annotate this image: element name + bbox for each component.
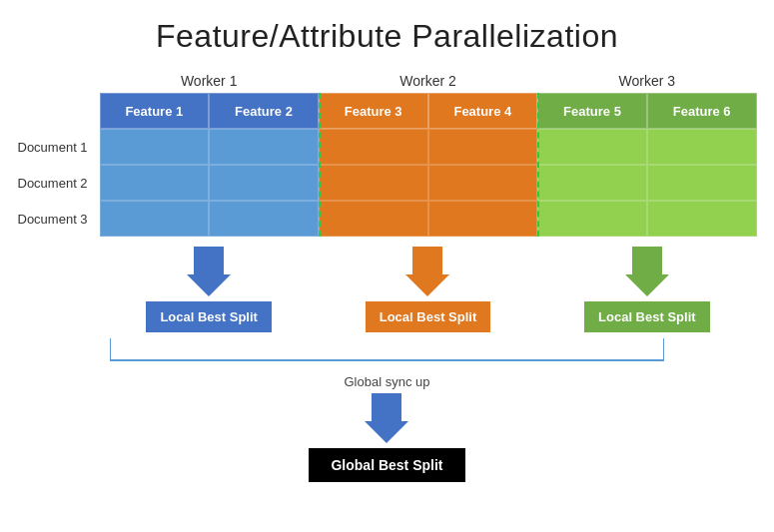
r2c2 <box>209 165 319 201</box>
worker1-split-box: Local Best Split <box>146 301 272 332</box>
r2c6 <box>647 165 757 201</box>
feature5-header: Feature 5 <box>537 93 647 129</box>
worker3-label: Worker 3 <box>537 73 756 89</box>
sync-bracket-svg <box>110 338 664 368</box>
r1c2 <box>209 129 319 165</box>
r2c5 <box>537 165 647 201</box>
feature3-header: Feature 3 <box>319 93 428 129</box>
global-split-box: Global Best Split <box>309 448 464 482</box>
worker1-arrow-head <box>187 274 231 296</box>
r3c4 <box>428 201 538 237</box>
global-arrow-head <box>365 421 408 443</box>
r2c4 <box>428 165 538 201</box>
worker2-arrow-shaft <box>412 247 442 274</box>
worker2-arrow-head <box>405 274 449 296</box>
feature2-header: Feature 2 <box>209 93 319 129</box>
r1c6 <box>647 129 757 165</box>
r1c5 <box>537 129 647 165</box>
worker2-split-box: Local Best Split <box>366 301 491 332</box>
worker3-arrow-shaft <box>632 247 662 274</box>
global-sync-label: Global sync up <box>345 374 430 389</box>
doc3-label: Document 3 <box>18 201 100 237</box>
feature6-header: Feature 6 <box>647 93 757 129</box>
worker1-label: Worker 1 <box>100 73 319 89</box>
r2c3 <box>319 165 428 201</box>
r3c2 <box>209 201 319 237</box>
doc1-label: Document 1 <box>18 129 100 165</box>
worker3-split-box: Local Best Split <box>584 301 710 332</box>
r3c3 <box>319 201 428 237</box>
doc2-label: Document 2 <box>18 165 100 201</box>
global-arrow-shaft <box>372 393 401 421</box>
page-title: Feature/Attribute Parallelization <box>156 18 618 55</box>
feature4-header: Feature 4 <box>428 93 538 129</box>
feature1-header: Feature 1 <box>100 93 210 129</box>
r3c6 <box>647 201 757 237</box>
r1c3 <box>319 129 428 165</box>
worker3-arrow-head <box>625 274 669 296</box>
r3c5 <box>537 201 647 237</box>
r1c1 <box>100 129 210 165</box>
worker2-label: Worker 2 <box>319 73 537 89</box>
diagram: Worker 1 Worker 2 Worker 3 Document 1 Do… <box>18 73 757 482</box>
r3c1 <box>100 201 210 237</box>
r1c4 <box>428 129 538 165</box>
r2c1 <box>100 165 210 201</box>
worker1-arrow-shaft <box>194 247 224 274</box>
